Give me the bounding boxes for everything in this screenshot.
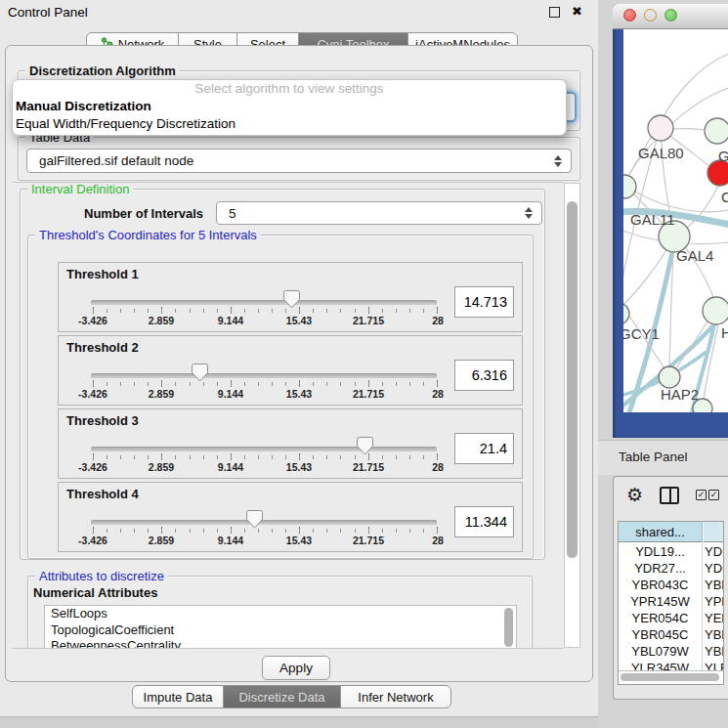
table-panel-title: Table Panel [619, 450, 688, 464]
tick-label: 21.715 [353, 461, 384, 473]
tick-label: -3.426 [78, 461, 107, 473]
threshold-2-label: Threshold 2 [66, 340, 139, 355]
threshold-2-panel: Threshold 2 -3.426 2.859 9.144 15.43 21.… [58, 335, 523, 406]
tick-label: 15.43 [286, 315, 312, 326]
threshold-1-slider-thumb[interactable] [282, 289, 301, 309]
node-gal80[interactable] [648, 115, 673, 141]
dropdown-item-equal-width-frequency[interactable]: Equal Width/Frequency Discretization [13, 115, 566, 133]
threshold-2-slider-track[interactable] [91, 373, 437, 378]
window-title: Control Panel [8, 5, 88, 20]
table-row[interactable]: YBR045CYBR0 [619, 626, 723, 643]
tick-label: 15.43 [286, 388, 312, 400]
screen: Control Panel ✖ Network Style Select Cyn… [0, 0, 728, 728]
apply-button-label: Apply [279, 661, 313, 675]
tick-label: 2.859 [149, 388, 174, 400]
close-traffic-light[interactable] [623, 9, 636, 21]
table-row[interactable]: YBL079WYBL0 [619, 643, 723, 660]
combo-arrows-icon [554, 155, 562, 167]
threshold-3-panel: Threshold 3 -3.426 2.859 9.144 15.43 21.… [58, 408, 523, 479]
table-data-combo-value: galFiltered.sif default node [39, 153, 193, 168]
node-hap2[interactable] [659, 366, 680, 388]
tab-infer-network[interactable]: Infer Network [340, 685, 451, 708]
tick-label: 9.144 [218, 315, 243, 326]
tick-label: -3.426 [78, 315, 107, 326]
table-hscrollbar-track[interactable] [619, 670, 723, 684]
table-row[interactable]: YPR145WYPR1 [619, 593, 723, 610]
threshold-4-slider-thumb[interactable] [245, 509, 264, 529]
tick-label: 28 [432, 535, 444, 546]
tab-discretize-data-label: Discretize Data [238, 690, 324, 705]
tick-label: 21.715 [353, 315, 384, 326]
list-item[interactable]: BetweennessCentrality [45, 638, 516, 649]
threshold-1-slider-track[interactable] [91, 300, 437, 305]
node-h[interactable] [703, 297, 728, 324]
threshold-1-value-field[interactable] [454, 286, 514, 318]
tick-label: 15.43 [286, 535, 312, 546]
checkbox-icon[interactable]: ✓ [696, 490, 707, 500]
list-scrollbar-thumb[interactable] [504, 608, 513, 647]
threshold-3-slider-track[interactable] [91, 447, 437, 451]
tab-impute-data[interactable]: Impute Data [132, 685, 224, 708]
table-row[interactable]: YDL19...YDL1 [619, 543, 723, 560]
tick-label: 9.144 [218, 461, 243, 473]
table-row[interactable]: YDR27...YDR2 [619, 560, 723, 577]
number-of-intervals-spinner[interactable]: 5 [216, 201, 542, 225]
node-label-h: H [721, 324, 728, 341]
network-canvas[interactable]: GAL80 GA C GAL11 GAL4 GCY1 H HAP2 [623, 29, 728, 412]
attributes-group: Attributes to discretize Numerical Attri… [27, 576, 533, 649]
slider-ticks [93, 309, 438, 313]
tick-label: -3.426 [78, 535, 107, 546]
close-icon[interactable]: ✖ [572, 5, 582, 18]
tab-infer-network-label: Infer Network [358, 690, 433, 705]
table-hscrollbar-thumb[interactable] [621, 673, 719, 681]
column-header-shared-name[interactable]: shared... [619, 522, 703, 542]
checkbox-icon[interactable]: ✓ [708, 490, 719, 500]
table-row[interactable]: YBR043CYBR0 [619, 577, 723, 593]
node-label-gal4: GAL4 [676, 247, 713, 264]
tick-label: 9.144 [218, 535, 243, 546]
threshold-3-slider-thumb[interactable] [356, 436, 374, 455]
float-window-icon[interactable] [549, 7, 560, 18]
threshold-4-label: Threshold 4 [66, 487, 139, 501]
threshold-3-value-field[interactable] [454, 433, 514, 464]
tab-impute-data-label: Impute Data [144, 690, 213, 705]
threshold-2-value-field[interactable] [454, 360, 514, 391]
dropdown-item-manual-discretization[interactable]: Manual Discretization [13, 98, 566, 115]
settings-scroll-viewport: Interval Definition Number of Intervals … [12, 182, 563, 649]
interval-definition-group: Interval Definition Number of Intervals … [20, 189, 545, 560]
threshold-3-label: Threshold 3 [66, 413, 139, 428]
minimize-traffic-light[interactable] [644, 9, 657, 21]
zoom-traffic-light[interactable] [664, 9, 677, 21]
apply-button[interactable]: Apply [262, 656, 330, 680]
tick-label: 28 [432, 315, 444, 326]
table-data-combo[interactable]: galFiltered.sif default node [26, 149, 572, 173]
node-label-c: C [721, 189, 728, 205]
main-scrollbar-thumb[interactable] [567, 201, 578, 558]
threshold-2-slider-thumb[interactable] [191, 363, 209, 382]
spinner-arrows-icon [525, 207, 533, 219]
list-item[interactable]: TopologicalCoefficient [45, 622, 516, 639]
interval-definition-label: Interval Definition [27, 182, 133, 196]
tab-discretize-data[interactable]: Discretize Data [223, 685, 341, 708]
algorithm-dropdown-popup: Select algorithm to view settings Manual… [12, 79, 567, 136]
node-ga[interactable] [705, 118, 728, 144]
column-layout-icon[interactable] [660, 487, 679, 504]
threshold-4-value-field[interactable] [454, 506, 514, 537]
list-item[interactable]: SelfLoops [45, 606, 516, 622]
node-gcy1[interactable] [623, 303, 629, 324]
numerical-attributes-list[interactable]: SelfLoops TopologicalCoefficient Between… [44, 605, 517, 649]
discretization-algorithm-group-label: Discretization Algorithm [25, 64, 180, 78]
network-view-window: GAL80 GA C GAL11 GAL4 GCY1 H HAP2 [613, 4, 728, 438]
node-label-hap2: HAP2 [661, 386, 699, 403]
main-scrollbar-track[interactable] [564, 183, 580, 648]
tick-label: 15.43 [286, 461, 312, 473]
number-of-intervals-label: Number of Intervals [84, 206, 203, 221]
tick-label: 2.859 [149, 461, 174, 473]
column-header-name[interactable]: na [704, 522, 724, 542]
network-window-titlebar[interactable] [613, 4, 728, 29]
gear-icon[interactable]: ⚙ [626, 484, 643, 505]
node-table: shared... na YDL19...YDL1 YDR27...YDR2 Y… [618, 521, 724, 685]
table-row[interactable]: YER054CYER0 [619, 610, 723, 626]
dropdown-placeholder: Select algorithm to view settings [13, 80, 566, 98]
node-label-gal11: GAL11 [630, 211, 675, 228]
